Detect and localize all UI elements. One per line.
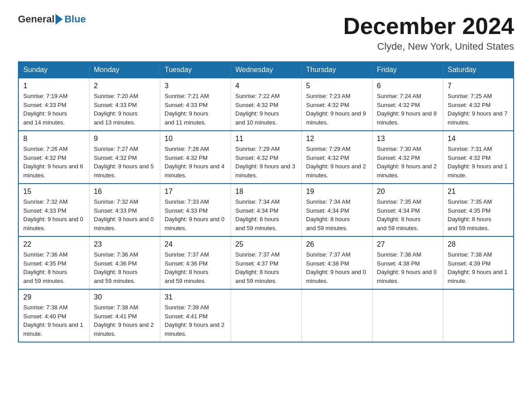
day-info: Sunrise: 7:38 AMSunset: 4:39 PMDaylight:…: [448, 250, 509, 285]
day-number: 6: [377, 82, 438, 90]
day-number: 15: [23, 188, 85, 196]
day-info: Sunrise: 7:31 AMSunset: 4:32 PMDaylight:…: [448, 145, 509, 180]
calendar-week-row: 29 Sunrise: 7:38 AMSunset: 4:40 PMDaylig…: [18, 289, 514, 342]
day-number: 23: [94, 240, 155, 248]
day-number: 19: [306, 188, 368, 196]
day-info: Sunrise: 7:38 AMSunset: 4:38 PMDaylight:…: [377, 250, 438, 285]
calendar-cell: 29 Sunrise: 7:38 AMSunset: 4:40 PMDaylig…: [18, 289, 89, 342]
day-number: 3: [165, 82, 226, 90]
day-info: Sunrise: 7:22 AMSunset: 4:32 PMDaylight:…: [236, 92, 297, 127]
day-number: 17: [165, 188, 226, 196]
calendar-cell: 15 Sunrise: 7:32 AMSunset: 4:33 PMDaylig…: [18, 184, 89, 236]
title-section: December 2024 Clyde, New York, United St…: [343, 13, 514, 52]
day-number: 14: [448, 135, 509, 143]
calendar-week-row: 8 Sunrise: 7:26 AMSunset: 4:32 PMDayligh…: [18, 131, 514, 184]
day-info: Sunrise: 7:29 AMSunset: 4:32 PMDaylight:…: [306, 145, 368, 180]
day-number: 26: [306, 240, 368, 248]
calendar-cell: 21 Sunrise: 7:35 AMSunset: 4:35 PMDaylig…: [443, 184, 514, 236]
calendar-week-row: 1 Sunrise: 7:19 AMSunset: 4:33 PMDayligh…: [18, 78, 514, 131]
weekday-header-monday: Monday: [89, 62, 160, 78]
day-info: Sunrise: 7:20 AMSunset: 4:33 PMDaylight:…: [94, 92, 155, 127]
calendar-cell: 28 Sunrise: 7:38 AMSunset: 4:39 PMDaylig…: [443, 236, 514, 289]
calendar-cell: 24 Sunrise: 7:37 AMSunset: 4:36 PMDaylig…: [160, 236, 231, 289]
day-number: 1: [23, 82, 85, 90]
day-number: 29: [23, 293, 85, 301]
day-number: 11: [236, 135, 297, 143]
day-number: 28: [448, 240, 509, 248]
day-info: Sunrise: 7:29 AMSunset: 4:32 PMDaylight:…: [236, 145, 297, 180]
day-number: 12: [306, 135, 368, 143]
day-info: Sunrise: 7:21 AMSunset: 4:33 PMDaylight:…: [165, 92, 226, 127]
day-number: 10: [165, 135, 226, 143]
day-info: Sunrise: 7:32 AMSunset: 4:33 PMDaylight:…: [94, 197, 155, 232]
day-info: Sunrise: 7:34 AMSunset: 4:34 PMDaylight:…: [236, 197, 297, 232]
month-title: December 2024: [343, 13, 514, 39]
calendar-cell: 3 Sunrise: 7:21 AMSunset: 4:33 PMDayligh…: [160, 78, 231, 131]
day-number: 7: [448, 82, 509, 90]
calendar-table: SundayMondayTuesdayWednesdayThursdayFrid…: [18, 61, 514, 342]
day-number: 16: [94, 188, 155, 196]
calendar-cell: [443, 289, 514, 342]
day-info: Sunrise: 7:32 AMSunset: 4:33 PMDaylight:…: [23, 197, 85, 232]
calendar-cell: 10 Sunrise: 7:28 AMSunset: 4:32 PMDaylig…: [160, 131, 231, 184]
calendar-cell: 7 Sunrise: 7:25 AMSunset: 4:32 PMDayligh…: [443, 78, 514, 131]
calendar-cell: 5 Sunrise: 7:23 AMSunset: 4:32 PMDayligh…: [301, 78, 372, 131]
day-number: 24: [165, 240, 226, 248]
day-number: 21: [448, 188, 509, 196]
calendar-cell: 16 Sunrise: 7:32 AMSunset: 4:33 PMDaylig…: [89, 184, 160, 236]
calendar-cell: 1 Sunrise: 7:19 AMSunset: 4:33 PMDayligh…: [18, 78, 89, 131]
day-info: Sunrise: 7:30 AMSunset: 4:32 PMDaylight:…: [377, 145, 438, 180]
page-header: General Blue December 2024 Clyde, New Yo…: [18, 13, 514, 52]
logo-arrow-icon: [56, 14, 63, 25]
calendar-cell: 31 Sunrise: 7:39 AMSunset: 4:41 PMDaylig…: [160, 289, 231, 342]
calendar-cell: 25 Sunrise: 7:37 AMSunset: 4:37 PMDaylig…: [231, 236, 301, 289]
calendar-cell: 8 Sunrise: 7:26 AMSunset: 4:32 PMDayligh…: [18, 131, 89, 184]
calendar-cell: 19 Sunrise: 7:34 AMSunset: 4:34 PMDaylig…: [301, 184, 372, 236]
day-number: 5: [306, 82, 368, 90]
calendar-cell: 4 Sunrise: 7:22 AMSunset: 4:32 PMDayligh…: [231, 78, 301, 131]
day-number: 25: [236, 240, 297, 248]
weekday-header-row: SundayMondayTuesdayWednesdayThursdayFrid…: [18, 62, 514, 78]
calendar-cell: 20 Sunrise: 7:35 AMSunset: 4:34 PMDaylig…: [372, 184, 443, 236]
day-number: 4: [236, 82, 297, 90]
calendar-cell: 22 Sunrise: 7:36 AMSunset: 4:35 PMDaylig…: [18, 236, 89, 289]
day-info: Sunrise: 7:28 AMSunset: 4:32 PMDaylight:…: [165, 145, 226, 180]
calendar-cell: [231, 289, 301, 342]
calendar-cell: 23 Sunrise: 7:36 AMSunset: 4:36 PMDaylig…: [89, 236, 160, 289]
calendar-cell: 13 Sunrise: 7:30 AMSunset: 4:32 PMDaylig…: [372, 131, 443, 184]
calendar-cell: 2 Sunrise: 7:20 AMSunset: 4:33 PMDayligh…: [89, 78, 160, 131]
day-info: Sunrise: 7:38 AMSunset: 4:41 PMDaylight:…: [94, 303, 155, 338]
day-info: Sunrise: 7:39 AMSunset: 4:41 PMDaylight:…: [165, 303, 226, 338]
day-info: Sunrise: 7:34 AMSunset: 4:34 PMDaylight:…: [306, 197, 368, 232]
location-subtitle: Clyde, New York, United States: [343, 41, 514, 52]
day-info: Sunrise: 7:38 AMSunset: 4:40 PMDaylight:…: [23, 303, 85, 338]
calendar-week-row: 15 Sunrise: 7:32 AMSunset: 4:33 PMDaylig…: [18, 184, 514, 236]
day-info: Sunrise: 7:35 AMSunset: 4:34 PMDaylight:…: [377, 197, 438, 232]
calendar-week-row: 22 Sunrise: 7:36 AMSunset: 4:35 PMDaylig…: [18, 236, 514, 289]
weekday-header-tuesday: Tuesday: [160, 62, 231, 78]
day-number: 2: [94, 82, 155, 90]
calendar-cell: 27 Sunrise: 7:38 AMSunset: 4:38 PMDaylig…: [372, 236, 443, 289]
calendar-cell: 17 Sunrise: 7:33 AMSunset: 4:33 PMDaylig…: [160, 184, 231, 236]
weekday-header-thursday: Thursday: [301, 62, 372, 78]
day-info: Sunrise: 7:23 AMSunset: 4:32 PMDaylight:…: [306, 92, 368, 127]
day-number: 22: [23, 240, 85, 248]
logo-blue-text: Blue: [64, 13, 86, 25]
day-number: 27: [377, 240, 438, 248]
day-info: Sunrise: 7:35 AMSunset: 4:35 PMDaylight:…: [448, 197, 509, 232]
logo-general-text: General: [18, 13, 55, 25]
day-info: Sunrise: 7:37 AMSunset: 4:36 PMDaylight:…: [165, 250, 226, 285]
weekday-header-friday: Friday: [372, 62, 443, 78]
day-info: Sunrise: 7:37 AMSunset: 4:37 PMDaylight:…: [236, 250, 297, 285]
logo: General Blue: [18, 13, 86, 25]
weekday-header-sunday: Sunday: [18, 62, 89, 78]
day-number: 13: [377, 135, 438, 143]
calendar-cell: 14 Sunrise: 7:31 AMSunset: 4:32 PMDaylig…: [443, 131, 514, 184]
day-info: Sunrise: 7:27 AMSunset: 4:32 PMDaylight:…: [94, 145, 155, 180]
calendar-cell: 9 Sunrise: 7:27 AMSunset: 4:32 PMDayligh…: [89, 131, 160, 184]
weekday-header-saturday: Saturday: [443, 62, 514, 78]
day-number: 20: [377, 188, 438, 196]
calendar-cell: 30 Sunrise: 7:38 AMSunset: 4:41 PMDaylig…: [89, 289, 160, 342]
day-info: Sunrise: 7:26 AMSunset: 4:32 PMDaylight:…: [23, 145, 85, 180]
day-info: Sunrise: 7:36 AMSunset: 4:35 PMDaylight:…: [23, 250, 85, 285]
